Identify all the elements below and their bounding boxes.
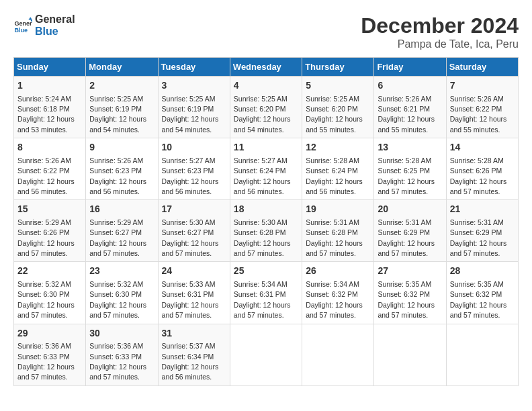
- sunrise-text: Sunrise: 5:28 AM: [450, 156, 504, 165]
- logo-line1: General: [35, 13, 75, 26]
- day-number: 15: [17, 203, 82, 216]
- weekday-header-sunday: Sunday: [14, 58, 86, 77]
- daylight-text: Daylight: 12 hours and 57 minutes.: [17, 301, 75, 319]
- sunrise-text: Sunrise: 5:36 AM: [89, 342, 143, 350]
- calendar-cell: 2 Sunrise: 5:25 AM Sunset: 6:19 PM Dayli…: [86, 77, 158, 138]
- sunset-text: Sunset: 6:23 PM: [89, 167, 142, 175]
- sunset-text: Sunset: 6:29 PM: [378, 228, 430, 236]
- calendar-body: 1 Sunrise: 5:24 AM Sunset: 6:18 PM Dayli…: [14, 77, 519, 386]
- sunrise-text: Sunrise: 5:33 AM: [162, 280, 216, 288]
- day-number: 30: [89, 327, 154, 340]
- sunset-text: Sunset: 6:32 PM: [378, 290, 430, 298]
- calendar-cell: 30 Sunrise: 5:36 AM Sunset: 6:33 PM Dayl…: [86, 324, 158, 385]
- calendar-cell: 27 Sunrise: 5:35 AM Sunset: 6:32 PM Dayl…: [374, 262, 446, 324]
- svg-text:Blue: Blue: [14, 27, 28, 34]
- calendar-cell: 14 Sunrise: 5:28 AM Sunset: 6:26 PM Dayl…: [446, 138, 518, 200]
- logo-icon: General Blue: [13, 16, 32, 35]
- calendar-cell: 10 Sunrise: 5:27 AM Sunset: 6:23 PM Dayl…: [158, 138, 230, 200]
- daylight-text: Daylight: 12 hours and 57 minutes.: [89, 301, 146, 319]
- sunset-text: Sunset: 6:27 PM: [162, 228, 214, 236]
- day-number: 26: [306, 265, 370, 278]
- daylight-text: Daylight: 12 hours and 57 minutes.: [378, 239, 435, 257]
- sunset-text: Sunset: 6:30 PM: [17, 290, 70, 298]
- calendar-week-3: 15 Sunrise: 5:29 AM Sunset: 6:26 PM Dayl…: [14, 200, 519, 262]
- day-number: 24: [162, 265, 226, 278]
- sunrise-text: Sunrise: 5:35 AM: [378, 280, 431, 288]
- sunset-text: Sunset: 6:24 PM: [234, 167, 286, 175]
- sunset-text: Sunset: 6:34 PM: [162, 353, 214, 361]
- sunset-text: Sunset: 6:19 PM: [162, 105, 214, 113]
- sunset-text: Sunset: 6:24 PM: [306, 167, 358, 175]
- day-number: 31: [162, 327, 226, 340]
- logo-line2: Blue: [35, 26, 75, 38]
- sunset-text: Sunset: 6:33 PM: [17, 353, 70, 361]
- sunrise-text: Sunrise: 5:28 AM: [306, 156, 359, 165]
- calendar-cell: 5 Sunrise: 5:25 AM Sunset: 6:20 PM Dayli…: [302, 77, 374, 138]
- day-number: 13: [378, 141, 442, 154]
- daylight-text: Daylight: 12 hours and 57 minutes.: [17, 363, 75, 381]
- calendar-cell: [446, 324, 518, 385]
- day-number: 21: [450, 203, 515, 216]
- sunset-text: Sunset: 6:32 PM: [450, 290, 502, 298]
- daylight-text: Daylight: 12 hours and 56 minutes.: [306, 177, 363, 195]
- calendar-cell: 26 Sunrise: 5:34 AM Sunset: 6:32 PM Dayl…: [302, 262, 374, 324]
- calendar-cell: 12 Sunrise: 5:28 AM Sunset: 6:24 PM Dayl…: [302, 138, 374, 200]
- day-number: 29: [17, 327, 82, 340]
- daylight-text: Daylight: 12 hours and 54 minutes.: [162, 115, 219, 133]
- calendar-table: SundayMondayTuesdayWednesdayThursdayFrid…: [13, 57, 519, 386]
- calendar-cell: 22 Sunrise: 5:32 AM Sunset: 6:30 PM Dayl…: [14, 262, 86, 324]
- sunrise-text: Sunrise: 5:30 AM: [234, 218, 287, 226]
- sunrise-text: Sunrise: 5:27 AM: [234, 156, 287, 165]
- calendar-cell: [230, 324, 302, 385]
- day-number: 25: [234, 265, 298, 278]
- day-number: 11: [234, 141, 298, 154]
- day-number: 8: [17, 141, 82, 154]
- title-block: December 2024 Pampa de Tate, Ica, Peru: [361, 13, 519, 50]
- month-title: December 2024: [361, 13, 519, 38]
- sunrise-text: Sunrise: 5:29 AM: [17, 218, 71, 226]
- daylight-text: Daylight: 12 hours and 54 minutes.: [234, 115, 291, 133]
- calendar-cell: [374, 324, 446, 385]
- calendar-cell: 20 Sunrise: 5:31 AM Sunset: 6:29 PM Dayl…: [374, 200, 446, 262]
- daylight-text: Daylight: 12 hours and 57 minutes.: [17, 239, 75, 257]
- sunset-text: Sunset: 6:28 PM: [306, 228, 358, 236]
- daylight-text: Daylight: 12 hours and 57 minutes.: [234, 239, 291, 257]
- sunrise-text: Sunrise: 5:26 AM: [89, 156, 143, 165]
- svg-marker-2: [28, 17, 32, 20]
- daylight-text: Daylight: 12 hours and 55 minutes.: [450, 115, 507, 133]
- calendar-cell: 17 Sunrise: 5:30 AM Sunset: 6:27 PM Dayl…: [158, 200, 230, 262]
- calendar-cell: 19 Sunrise: 5:31 AM Sunset: 6:28 PM Dayl…: [302, 200, 374, 262]
- sunrise-text: Sunrise: 5:30 AM: [162, 218, 216, 226]
- day-number: 10: [162, 141, 226, 154]
- calendar-cell: 24 Sunrise: 5:33 AM Sunset: 6:31 PM Dayl…: [158, 262, 230, 324]
- calendar-week-5: 29 Sunrise: 5:36 AM Sunset: 6:33 PM Dayl…: [14, 324, 519, 385]
- day-number: 5: [306, 79, 370, 93]
- sunrise-text: Sunrise: 5:26 AM: [17, 156, 71, 165]
- sunset-text: Sunset: 6:30 PM: [89, 290, 142, 298]
- sunrise-text: Sunrise: 5:37 AM: [162, 342, 216, 350]
- calendar-week-2: 8 Sunrise: 5:26 AM Sunset: 6:22 PM Dayli…: [14, 138, 519, 200]
- weekday-header-saturday: Saturday: [446, 58, 518, 77]
- sunrise-text: Sunrise: 5:36 AM: [17, 342, 71, 350]
- calendar-cell: 6 Sunrise: 5:26 AM Sunset: 6:21 PM Dayli…: [374, 77, 446, 138]
- daylight-text: Daylight: 12 hours and 56 minutes.: [234, 177, 291, 195]
- daylight-text: Daylight: 12 hours and 57 minutes.: [89, 239, 146, 257]
- page-header: General Blue General Blue December 2024 …: [13, 13, 519, 50]
- sunrise-text: Sunrise: 5:26 AM: [378, 95, 431, 103]
- svg-text:General: General: [14, 20, 32, 27]
- day-number: 1: [17, 79, 82, 93]
- sunrise-text: Sunrise: 5:35 AM: [450, 280, 504, 288]
- day-number: 28: [450, 265, 515, 278]
- day-number: 14: [450, 141, 515, 154]
- daylight-text: Daylight: 12 hours and 57 minutes.: [450, 177, 507, 195]
- day-number: 16: [89, 203, 154, 216]
- calendar-cell: 7 Sunrise: 5:26 AM Sunset: 6:22 PM Dayli…: [446, 77, 518, 138]
- sunrise-text: Sunrise: 5:32 AM: [17, 280, 71, 288]
- weekday-header-monday: Monday: [86, 58, 158, 77]
- day-number: 20: [378, 203, 442, 216]
- sunset-text: Sunset: 6:22 PM: [450, 105, 502, 113]
- sunset-text: Sunset: 6:31 PM: [234, 290, 286, 298]
- calendar-cell: 25 Sunrise: 5:34 AM Sunset: 6:31 PM Dayl…: [230, 262, 302, 324]
- sunrise-text: Sunrise: 5:26 AM: [450, 95, 504, 103]
- sunrise-text: Sunrise: 5:25 AM: [162, 95, 216, 103]
